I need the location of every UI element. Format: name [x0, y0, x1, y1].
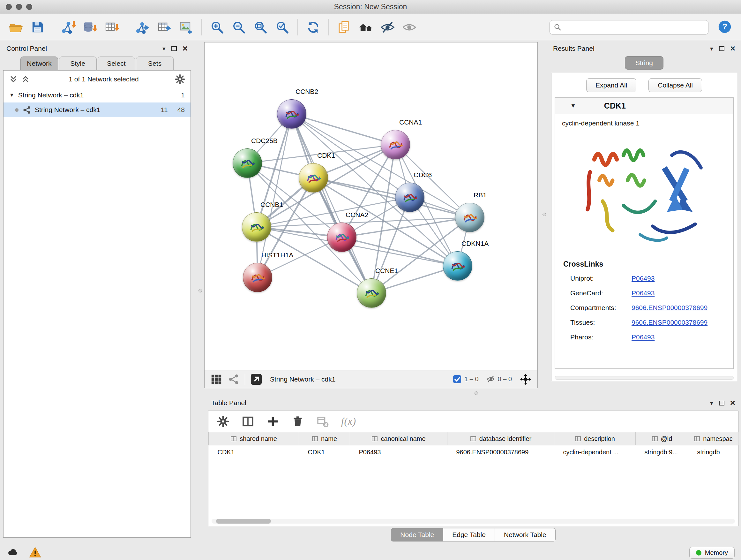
network-node-ccnb1[interactable] [242, 212, 271, 242]
network-node-ccna1[interactable] [381, 130, 410, 159]
scrollbar-thumb[interactable] [216, 519, 271, 523]
zoom-in-button[interactable] [208, 17, 226, 37]
crosslink-link[interactable]: P06493 [631, 274, 655, 282]
zoom-selected-button[interactable] [273, 17, 291, 37]
cell-namespace[interactable]: stringdb [688, 445, 738, 459]
import-table-button[interactable] [103, 17, 121, 37]
cell-name[interactable]: CDK1 [299, 445, 350, 459]
panel-float-icon[interactable] [719, 46, 724, 51]
share-network-button[interactable] [227, 373, 240, 385]
tab-select[interactable]: Select [98, 57, 135, 70]
cloud-status-button[interactable] [6, 546, 19, 560]
panel-float-icon[interactable] [172, 46, 177, 51]
horizontal-splitter-handle[interactable] [475, 391, 478, 395]
open-session-button[interactable] [6, 17, 25, 37]
apply-layout-button[interactable] [304, 17, 322, 37]
network-canvas[interactable]: CCNB2CCNA1CDC25BCDK1CDC6RB1CCNB1CCNA2CDK… [204, 42, 538, 370]
tab-network[interactable]: Network [20, 57, 58, 70]
crosslink-link[interactable]: P06493 [631, 333, 655, 341]
memory-button[interactable]: Memory [689, 547, 735, 559]
results-scrollbar[interactable] [555, 376, 734, 380]
fit-content-button[interactable] [520, 373, 532, 385]
window-zoom-button[interactable] [26, 4, 32, 10]
import-network-file-button[interactable] [59, 17, 77, 37]
birdseye-view-button[interactable] [210, 373, 222, 385]
expand-all-icon[interactable] [21, 74, 30, 84]
tab-node-table[interactable]: Node Table [391, 528, 443, 542]
cell-description[interactable]: cyclin-dependent ... [554, 445, 636, 459]
network-node-ccnb2[interactable] [277, 99, 307, 129]
delete-table-button[interactable] [316, 415, 329, 428]
panel-close-icon[interactable]: × [730, 44, 735, 53]
table-row[interactable]: CDK1 CDK1 P06493 9606.ENSP00000378699 cy… [209, 445, 738, 459]
hidden-eye-slash-icon[interactable] [486, 375, 495, 383]
expand-all-button[interactable]: Expand All [586, 78, 636, 92]
panel-float-icon[interactable] [719, 401, 724, 406]
gear-icon[interactable] [175, 74, 185, 84]
delete-column-button[interactable] [291, 415, 304, 428]
panel-collapse-icon[interactable]: ▾ [710, 399, 713, 407]
table-settings-button[interactable] [217, 415, 229, 428]
collapse-all-button[interactable]: Collapse All [649, 78, 702, 92]
function-builder-button[interactable]: f(x) [341, 416, 356, 427]
vertical-splitter-handle[interactable] [542, 212, 546, 216]
network-row-selected[interactable]: String Network – cdk1 11 48 [3, 103, 191, 117]
tab-network-table[interactable]: Network Table [495, 528, 556, 542]
panel-close-icon[interactable]: × [183, 44, 188, 53]
selected-checkbox-icon[interactable] [453, 375, 461, 383]
network-node-cdc25b[interactable] [232, 148, 262, 178]
graphics-details-button[interactable] [356, 17, 375, 37]
cell-database-identifier[interactable]: 9606.ENSP00000378699 [448, 445, 554, 459]
add-column-button[interactable] [266, 415, 279, 428]
tab-string[interactable]: String [625, 56, 664, 70]
help-button[interactable]: ? [718, 20, 732, 35]
network-collection-row[interactable]: ▼ String Network – cdk1 1 [3, 88, 191, 103]
network-node-ccna2[interactable] [327, 223, 356, 252]
export-image-button[interactable] [177, 17, 195, 37]
show-details-button[interactable] [400, 17, 418, 37]
column-header[interactable]: name [299, 432, 350, 445]
export-table-button[interactable] [155, 17, 174, 37]
gene-section-header[interactable]: ▼ CDK1 [555, 98, 733, 114]
window-close-button[interactable] [6, 4, 12, 10]
network-node-cdk1[interactable] [299, 163, 328, 192]
column-header[interactable]: namespac [688, 432, 738, 445]
network-node-cdc6[interactable] [395, 183, 424, 212]
import-network-database-button[interactable] [81, 17, 99, 37]
warnings-button[interactable] [29, 546, 42, 560]
hide-details-button[interactable] [378, 17, 397, 37]
cell-canonical-name[interactable]: P06493 [350, 445, 448, 459]
open-network-in-window-button[interactable] [250, 373, 262, 385]
column-header[interactable]: canonical name [350, 432, 448, 445]
column-header[interactable]: description [554, 432, 636, 445]
zoom-fit-button[interactable] [251, 17, 270, 37]
export-network-button[interactable] [133, 17, 152, 37]
tab-edge-table[interactable]: Edge Table [443, 528, 495, 542]
crosslink-link[interactable]: P06493 [631, 289, 655, 297]
copy-network-button[interactable] [335, 17, 353, 37]
table-horizontal-scrollbar[interactable] [212, 519, 735, 523]
tree-expander-icon[interactable]: ▼ [9, 92, 14, 98]
search-input[interactable] [564, 20, 704, 34]
network-node-ccne1[interactable] [357, 278, 386, 308]
window-minimize-button[interactable] [16, 4, 22, 10]
network-node-hist1h1a[interactable] [243, 263, 272, 292]
save-session-button[interactable] [28, 17, 47, 37]
network-node-rb1[interactable] [455, 203, 484, 232]
column-header[interactable]: shared name [209, 432, 299, 445]
show-columns-button[interactable] [242, 415, 254, 428]
cell-shared-name[interactable]: CDK1 [209, 445, 299, 459]
panel-close-icon[interactable]: × [730, 398, 735, 408]
column-header[interactable]: database identifier [448, 432, 554, 445]
network-node-cdkn1a[interactable] [443, 251, 472, 281]
tab-sets[interactable]: Sets [136, 57, 174, 70]
crosslink-link[interactable]: 9606.ENSP00000378699 [631, 319, 708, 326]
panel-collapse-icon[interactable]: ▾ [710, 45, 713, 52]
vertical-splitter-handle[interactable] [199, 289, 202, 293]
cell-id[interactable]: stringdb:9... [636, 445, 688, 459]
zoom-out-button[interactable] [229, 17, 248, 37]
tab-style[interactable]: Style [59, 57, 97, 70]
crosslink-link[interactable]: 9606.ENSP00000378699 [631, 304, 708, 312]
collapse-all-icon[interactable] [9, 74, 18, 84]
column-header[interactable]: @id [636, 432, 688, 445]
